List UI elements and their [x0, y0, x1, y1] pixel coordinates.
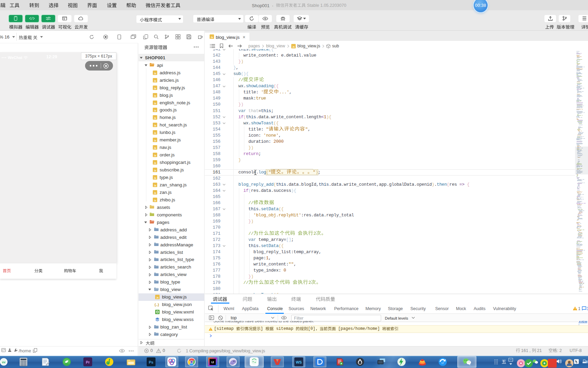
svg-text:IJ: IJ — [211, 361, 214, 364]
svg-text:Js: Js — [154, 79, 157, 82]
svg-text:Js: Js — [154, 191, 157, 194]
svg-text:ev: ev — [2, 361, 5, 364]
svg-text:Js: Js — [154, 169, 157, 172]
svg-text:Js: Js — [154, 72, 157, 74]
svg-text:Js: Js — [154, 94, 157, 97]
svg-text:Pr: Pr — [86, 360, 90, 364]
svg-text:Js: Js — [154, 124, 157, 127]
svg-text:Js: Js — [154, 87, 157, 89]
svg-text:Js: Js — [154, 102, 157, 104]
svg-text:17: 17 — [441, 362, 444, 364]
svg-text:Js: Js — [154, 162, 157, 164]
svg-text:Js: Js — [154, 177, 157, 179]
svg-text:Ps: Ps — [149, 360, 153, 364]
svg-text:Js: Js — [156, 296, 159, 299]
svg-text:Js: Js — [154, 147, 157, 149]
svg-text:Js: Js — [154, 199, 157, 201]
svg-text:{..}: {..} — [154, 303, 159, 306]
svg-text:Js: Js — [211, 36, 213, 39]
svg-text:Js: Js — [292, 45, 295, 48]
svg-text:Js: Js — [154, 117, 157, 119]
svg-text:Js: Js — [154, 132, 157, 134]
svg-text:Js: Js — [154, 109, 157, 112]
svg-text:Js: Js — [154, 154, 157, 157]
svg-text:Js: Js — [154, 184, 157, 186]
svg-text:WS: WS — [296, 360, 302, 364]
svg-text:Js: Js — [154, 139, 157, 142]
